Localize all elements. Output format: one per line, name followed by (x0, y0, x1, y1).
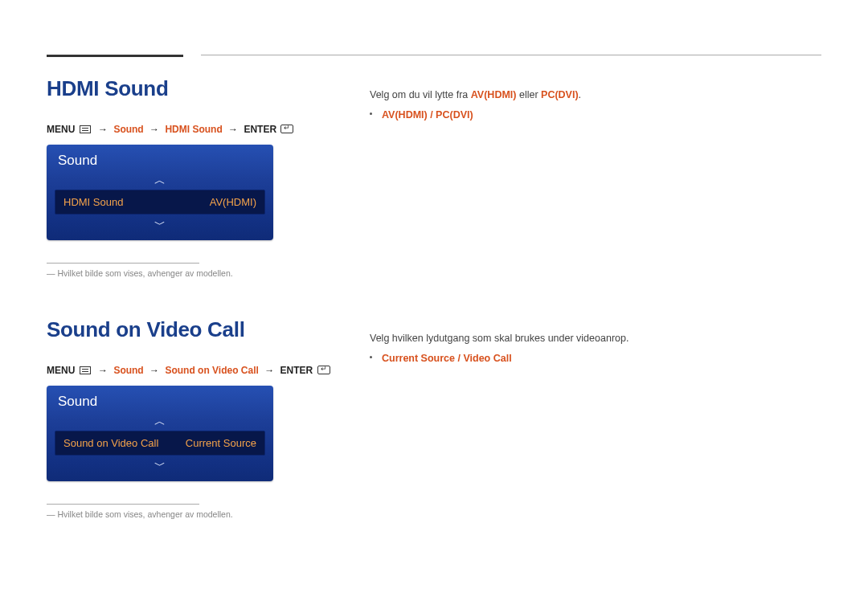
menu-icon (80, 125, 91, 133)
osd-menu-item[interactable]: Sound on Video Call Current Source (55, 431, 265, 456)
description-block: Velg hvilken lydutgang som skal brukes u… (370, 329, 812, 367)
option-bullet: AV(HDMI) / PC(DVI) (370, 106, 812, 125)
breadcrumb-menu-label: MENU (47, 365, 75, 376)
description-block: Velg om du vil lytte fra AV(HDMI) eller … (370, 86, 812, 124)
chevron-down-icon[interactable]: ﹀ (55, 218, 265, 231)
chevron-up-icon[interactable]: ︿ (55, 415, 265, 427)
breadcrumb-menu-label: MENU (47, 124, 75, 135)
enter-icon (317, 366, 330, 374)
option-values: AV(HDMI) / PC(DVI) (382, 106, 473, 125)
osd-menu-item[interactable]: HDMI Sound AV(HDMI) (55, 190, 265, 215)
option-bullet: Current Source / Video Call (370, 349, 812, 368)
section-title: Sound on Video Call (47, 317, 332, 342)
breadcrumb-item: Sound (113, 124, 143, 135)
option-values: Current Source / Video Call (382, 349, 512, 368)
description-line: Velg om du vil lytte fra AV(HDMI) eller … (370, 86, 812, 104)
breadcrumb-enter-label: ENTER (280, 365, 313, 376)
bullet-icon (370, 356, 372, 358)
footnote-rule (47, 504, 199, 505)
section-title: HDMI Sound (47, 76, 295, 101)
description-line: Velg hvilken lydutgang som skal brukes u… (370, 329, 812, 348)
osd-item-value: AV(HDMI) (210, 196, 256, 208)
arrow-icon: → (149, 365, 159, 376)
arrow-icon: → (98, 124, 108, 135)
footnote: ― Hvilket bilde som vises, avhenger av m… (47, 268, 295, 278)
bullet-icon (370, 112, 372, 115)
breadcrumb-enter-label: ENTER (244, 124, 276, 135)
osd-item-label: HDMI Sound (63, 196, 123, 208)
desc-highlight: PC(DVI) (541, 89, 579, 100)
breadcrumb: MENU → Sound → Sound on Video Call → ENT… (47, 365, 332, 376)
footnote: ― Hvilket bilde som vises, avhenger av m… (47, 509, 332, 519)
section-hdmi-sound: HDMI Sound MENU → Sound → HDMI Sound → E… (47, 76, 295, 278)
section-sound-video-call: Sound on Video Call MENU → Sound → Sound… (47, 317, 332, 519)
header-rule-thick (47, 55, 183, 57)
osd-menu-panel: Sound ︿ Sound on Video Call Current Sour… (47, 386, 273, 481)
osd-menu-title: Sound (58, 153, 265, 169)
arrow-icon: → (228, 124, 238, 135)
desc-text: . (579, 89, 581, 100)
footnote-rule (47, 263, 199, 264)
osd-menu-panel: Sound ︿ HDMI Sound AV(HDMI) ﹀ (47, 145, 273, 240)
breadcrumb: MENU → Sound → HDMI Sound → ENTER (47, 124, 295, 135)
header-rule-thin (201, 55, 821, 55)
arrow-icon: → (264, 365, 274, 376)
osd-menu-title: Sound (58, 394, 265, 410)
desc-highlight: AV(HDMI) (471, 89, 517, 100)
menu-icon (80, 366, 91, 374)
arrow-icon: → (98, 365, 108, 376)
arrow-icon: → (149, 124, 159, 135)
osd-item-label: Sound on Video Call (63, 437, 158, 449)
enter-icon (280, 125, 293, 133)
page: HDMI Sound MENU → Sound → HDMI Sound → E… (0, 0, 868, 613)
chevron-down-icon[interactable]: ﹀ (55, 459, 265, 472)
breadcrumb-item: Sound (113, 365, 143, 376)
desc-text: Velg om du vil lytte fra (370, 89, 471, 100)
chevron-up-icon[interactable]: ︿ (55, 174, 265, 186)
breadcrumb-item: Sound on Video Call (165, 365, 258, 376)
breadcrumb-item: HDMI Sound (165, 124, 222, 135)
desc-text: eller (516, 89, 541, 100)
osd-item-value: Current Source (186, 437, 256, 449)
